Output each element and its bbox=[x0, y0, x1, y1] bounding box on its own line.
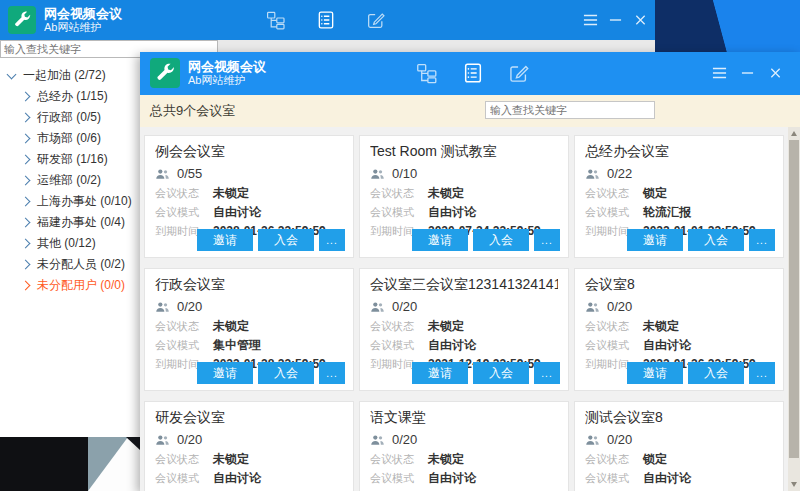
tree-item-label: 其他 (0/12) bbox=[37, 235, 96, 252]
back-window-title: 网会视频会议 bbox=[44, 6, 122, 21]
minimize-button[interactable] bbox=[738, 64, 756, 82]
chevron-right-icon bbox=[21, 239, 31, 249]
join-button[interactable]: 入会 bbox=[473, 229, 529, 251]
room-mode-row: 会议模式 自由讨论 bbox=[370, 338, 558, 352]
room-list-button[interactable] bbox=[316, 10, 336, 30]
close-button[interactable] bbox=[766, 64, 784, 82]
scrollbar-thumb[interactable] bbox=[789, 140, 799, 458]
room-mode-value: 轮流汇报 bbox=[643, 205, 691, 219]
tree-item-label: 行政部 (0/5) bbox=[37, 109, 101, 126]
room-mode-row: 会议模式 集中管理 bbox=[155, 338, 343, 352]
room-mode-row: 会议模式 自由讨论 bbox=[155, 471, 343, 485]
invite-button[interactable]: 邀请 bbox=[412, 362, 468, 384]
invite-button[interactable]: 邀请 bbox=[197, 229, 253, 251]
front-window: 网会视频会议 Ab网站维护 总共9个会议室 bbox=[140, 52, 800, 491]
room-name: Test Room 测试教室 bbox=[370, 143, 558, 161]
menu-button[interactable] bbox=[581, 11, 599, 29]
room-mode-value: 集中管理 bbox=[213, 338, 261, 352]
room-name: 测试会议室8 bbox=[585, 409, 773, 427]
room-capacity-value: 0/10 bbox=[392, 166, 417, 181]
room-mode-value: 自由讨论 bbox=[428, 205, 476, 219]
room-capacity-value: 0/22 bbox=[607, 166, 632, 181]
scroll-down-icon[interactable] bbox=[791, 482, 797, 487]
people-icon bbox=[585, 167, 600, 181]
room-status-value: 未锁定 bbox=[428, 452, 464, 466]
join-button[interactable]: 入会 bbox=[473, 362, 529, 384]
edit-icon bbox=[508, 62, 530, 84]
join-button[interactable]: 入会 bbox=[688, 362, 744, 384]
room-card: 研发会议室 0/20 会议状态 未锁定 会议模式 自由讨论 到期时间 2022-… bbox=[144, 401, 354, 491]
room-name: 行政会议室 bbox=[155, 276, 343, 294]
room-mode-value: 自由讨论 bbox=[643, 471, 691, 485]
edit-button[interactable] bbox=[366, 10, 386, 30]
edit-icon bbox=[366, 10, 386, 30]
room-list-button[interactable] bbox=[462, 62, 484, 84]
room-card: 总经办会议室 0/22 会议状态 锁定 会议模式 轮流汇报 到期时间 2022-… bbox=[574, 135, 784, 258]
room-status-row: 会议状态 未锁定 bbox=[155, 319, 343, 333]
tree-item-label: 市场部 (0/6) bbox=[37, 130, 101, 147]
invite-button[interactable]: 邀请 bbox=[627, 362, 683, 384]
join-button[interactable]: 入会 bbox=[688, 229, 744, 251]
room-mode-value: 自由讨论 bbox=[428, 338, 476, 352]
room-card: 会议室三会议室123141324141三会... 0/20 会议状态 未锁定 会… bbox=[359, 268, 569, 391]
people-icon bbox=[155, 300, 170, 314]
wrench-icon bbox=[12, 10, 32, 30]
app-logo bbox=[150, 58, 180, 88]
more-button[interactable]: ... bbox=[749, 362, 775, 384]
back-window-subtitle: Ab网站维护 bbox=[44, 21, 122, 34]
list-icon bbox=[462, 62, 484, 84]
room-status-row: 会议状态 未锁定 bbox=[155, 186, 343, 200]
room-mode-row: 会议模式 自由讨论 bbox=[370, 471, 558, 485]
tree-item-label: 总经办 (1/15) bbox=[37, 88, 108, 105]
tree-item-label: 上海办事处 (0/10) bbox=[37, 193, 132, 210]
join-button[interactable]: 入会 bbox=[258, 362, 314, 384]
org-chart-button[interactable] bbox=[266, 10, 286, 30]
org-chart-icon bbox=[266, 10, 286, 30]
scroll-up-icon[interactable] bbox=[791, 131, 797, 136]
chevron-right-icon bbox=[21, 155, 31, 165]
chevron-right-icon bbox=[21, 197, 31, 207]
room-mode-value: 自由讨论 bbox=[213, 205, 261, 219]
more-button[interactable]: ... bbox=[534, 362, 560, 384]
room-mode-row: 会议模式 自由讨论 bbox=[370, 205, 558, 219]
tree-item-label: 未分配用户 (0/0) bbox=[37, 277, 125, 294]
wallpaper-top-right bbox=[655, 0, 800, 53]
invite-button[interactable]: 邀请 bbox=[412, 229, 468, 251]
room-status-value: 未锁定 bbox=[213, 319, 249, 333]
close-button[interactable] bbox=[631, 11, 649, 29]
org-chart-button[interactable] bbox=[416, 62, 438, 84]
more-button[interactable]: ... bbox=[319, 229, 345, 251]
more-button[interactable]: ... bbox=[319, 362, 345, 384]
chevron-right-icon bbox=[21, 176, 31, 186]
more-button[interactable]: ... bbox=[749, 229, 775, 251]
wallpaper-slate-shape bbox=[88, 437, 128, 491]
room-status-value: 未锁定 bbox=[213, 186, 249, 200]
menu-button[interactable] bbox=[710, 64, 728, 82]
invite-button[interactable]: 邀请 bbox=[197, 362, 253, 384]
join-button[interactable]: 入会 bbox=[258, 229, 314, 251]
room-name: 例会会议室 bbox=[155, 143, 343, 161]
room-capacity: 0/20 bbox=[155, 299, 343, 314]
room-status-row: 会议状态 未锁定 bbox=[370, 186, 558, 200]
room-search-input[interactable] bbox=[485, 101, 655, 119]
chevron-right-icon bbox=[21, 281, 31, 291]
scrollbar[interactable] bbox=[788, 127, 800, 491]
edit-button[interactable] bbox=[508, 62, 530, 84]
minimize-button[interactable] bbox=[606, 11, 624, 29]
room-capacity-value: 0/20 bbox=[607, 432, 632, 447]
chevron-right-icon bbox=[21, 218, 31, 228]
front-window-subtitle: Ab网站维护 bbox=[188, 74, 266, 87]
room-name: 会议室8 bbox=[585, 276, 773, 294]
invite-button[interactable]: 邀请 bbox=[627, 229, 683, 251]
room-status-row: 会议状态 未锁定 bbox=[370, 452, 558, 466]
chevron-right-icon bbox=[21, 113, 31, 123]
tree-item-label: 一起加油 (2/72) bbox=[23, 67, 106, 84]
wallpaper-wedge-shape bbox=[126, 437, 140, 450]
room-card: 会议室8 0/20 会议状态 未锁定 会议模式 自由讨论 到期时间 2022-0… bbox=[574, 268, 784, 391]
room-capacity-value: 0/20 bbox=[177, 299, 202, 314]
back-titlebar: 网会视频会议 Ab网站维护 bbox=[0, 0, 655, 40]
room-list-area: 例会会议室 0/55 会议状态 未锁定 会议模式 自由讨论 到期时间 2028-… bbox=[140, 127, 800, 491]
room-count-summary: 总共9个会议室 bbox=[150, 102, 235, 120]
more-button[interactable]: ... bbox=[534, 229, 560, 251]
room-mode-value: 自由讨论 bbox=[213, 471, 261, 485]
